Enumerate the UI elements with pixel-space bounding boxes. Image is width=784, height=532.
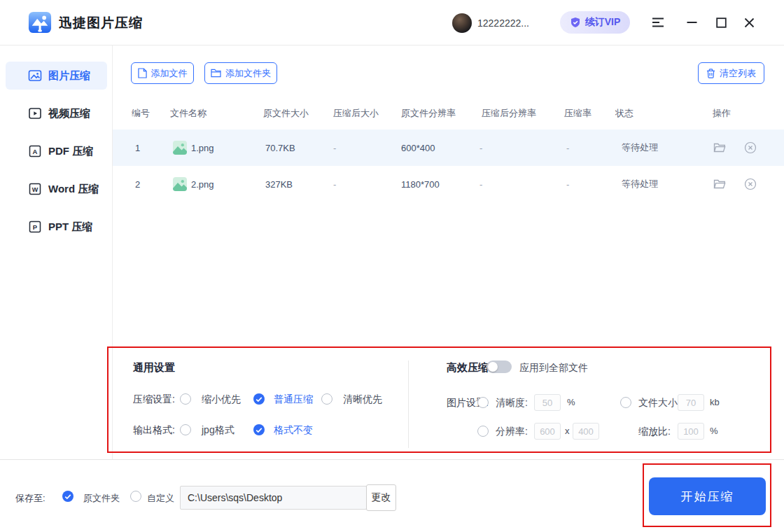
filesize-label[interactable]: 文件大小: — [638, 397, 680, 410]
clear-list-label: 清空列表 — [720, 67, 756, 80]
close-icon[interactable] — [740, 14, 758, 31]
custom-folder-label[interactable]: 自定义 — [147, 492, 174, 505]
row-status: 等待处理 — [622, 130, 658, 166]
save-to-label: 保存至: — [15, 492, 46, 505]
image-compress-icon — [28, 69, 42, 83]
remove-file-icon[interactable] — [744, 141, 757, 154]
filesize-input[interactable] — [678, 394, 704, 411]
svg-text:A: A — [33, 148, 38, 155]
jpg-format-label[interactable]: jpg格式 — [202, 424, 234, 437]
svg-text:P: P — [33, 223, 38, 231]
apply-all-toggle[interactable] — [486, 360, 512, 373]
radio-normal-compression[interactable] — [253, 393, 265, 405]
save-path-input[interactable] — [180, 486, 367, 510]
user-avatar[interactable] — [452, 13, 472, 33]
sidebar-item-video-compress[interactable]: 视频压缩 — [6, 99, 107, 127]
app-logo-icon — [28, 10, 52, 34]
image-file-icon — [173, 130, 187, 166]
col-ratio: 压缩率 — [564, 98, 592, 129]
change-path-button[interactable]: 更改 — [366, 484, 396, 511]
clarity-unit: % — [567, 397, 575, 407]
radio-resolution[interactable] — [477, 426, 489, 437]
ppt-compress-icon: P — [28, 220, 42, 234]
add-folder-label: 添加文件夹 — [225, 67, 271, 80]
row-compressed-size: - — [333, 130, 336, 166]
row-status: 等待处理 — [622, 166, 658, 202]
add-file-button[interactable]: 添加文件 — [131, 62, 194, 84]
row-no: 2 — [135, 166, 140, 202]
vip-label: 续订VIP — [585, 16, 621, 29]
maximize-icon[interactable] — [712, 14, 730, 31]
clear-list-button[interactable]: 清空列表 — [698, 62, 764, 84]
add-folder-button[interactable]: 添加文件夹 — [204, 62, 277, 84]
app-window: 迅捷图片压缩 12222222... 续订VIP — [0, 0, 784, 532]
col-status: 状态 — [615, 98, 634, 129]
col-orig-size: 原文件大小 — [263, 98, 309, 129]
add-file-label: 添加文件 — [151, 67, 188, 80]
clarity-priority-label[interactable]: 清晰优先 — [343, 393, 382, 406]
radio-clarity[interactable] — [477, 397, 489, 408]
sidebar-item-label: PDF 压缩 — [48, 145, 93, 158]
start-compression-button[interactable]: 开始压缩 — [649, 477, 766, 515]
row-orig-size: 70.7KB — [265, 130, 295, 166]
col-no: 编号 — [132, 98, 150, 129]
resolution-height-input[interactable] — [573, 423, 599, 440]
radio-shrink-priority[interactable] — [180, 393, 191, 405]
folder-icon — [211, 69, 221, 78]
resolution-label[interactable]: 分辨率: — [496, 426, 528, 438]
resolution-width-input[interactable] — [534, 423, 561, 440]
row-filename: 2.png — [191, 166, 214, 202]
keep-format-label[interactable]: 格式不变 — [274, 424, 313, 437]
clarity-input[interactable] — [534, 394, 561, 411]
sidebar-item-ppt-compress[interactable]: P PPT 压缩 — [6, 213, 107, 241]
radio-keep-format[interactable] — [253, 424, 265, 435]
row-compressed-resolution: - — [479, 130, 482, 166]
compression-setting-label: 压缩设置: — [133, 393, 175, 406]
vip-shield-icon — [570, 17, 581, 28]
filesize-unit: kb — [710, 397, 720, 407]
sidebar-item-label: 图片压缩 — [48, 69, 90, 83]
file-icon — [138, 68, 147, 78]
row-compressed-resolution: - — [479, 166, 482, 202]
sidebar-item-pdf-compress[interactable]: A PDF 压缩 — [6, 137, 107, 165]
radio-clarity-priority[interactable] — [321, 393, 332, 405]
row-ratio: - — [566, 130, 569, 166]
row-filename: 1.png — [191, 130, 214, 166]
sidebar-item-label: PPT 压缩 — [48, 220, 92, 234]
output-format-label: 输出格式: — [133, 424, 175, 437]
sidebar-item-word-compress[interactable]: W Word 压缩 — [6, 175, 107, 203]
scale-input[interactable] — [678, 423, 704, 440]
radio-jpg-format[interactable] — [180, 424, 191, 435]
username[interactable]: 12222222... — [477, 0, 529, 46]
table-header: 编号 文件名称 原文件大小 压缩后大小 原文件分辨率 压缩后分辨率 压缩率 状态… — [113, 98, 784, 129]
row-orig-resolution: 600*400 — [401, 130, 435, 166]
settings-divider — [408, 360, 409, 448]
table-row[interactable]: 2 2.png 327KB - 1180*700 - - 等待处理 — [113, 166, 784, 202]
col-operation: 操作 — [713, 98, 731, 129]
table-row[interactable]: 1 1.png 70.7KB - 600*400 - - 等待处理 — [113, 130, 784, 166]
radio-custom-folder[interactable] — [130, 491, 141, 502]
renew-vip-button[interactable]: 续订VIP — [560, 11, 630, 34]
open-folder-icon[interactable] — [713, 142, 726, 153]
col-filename: 文件名称 — [170, 98, 206, 129]
shrink-priority-label[interactable]: 缩小优先 — [202, 393, 241, 406]
row-orig-resolution: 1180*700 — [401, 166, 440, 202]
col-orig-resolution: 原文件分辨率 — [401, 98, 456, 129]
menu-icon[interactable] — [649, 14, 667, 31]
radio-filesize[interactable] — [620, 397, 631, 408]
remove-file-icon[interactable] — [744, 178, 757, 190]
pdf-compress-icon: A — [28, 144, 42, 158]
radio-original-folder[interactable] — [62, 491, 74, 502]
open-folder-icon[interactable] — [713, 178, 726, 190]
row-compressed-size: - — [333, 166, 336, 202]
normal-compression-label[interactable]: 普通压缩 — [274, 393, 313, 406]
app-title: 迅捷图片压缩 — [59, 0, 143, 46]
original-folder-label[interactable]: 原文件夹 — [83, 492, 120, 505]
image-file-icon — [173, 166, 187, 202]
row-ratio: - — [566, 166, 569, 202]
clarity-label[interactable]: 清晰度: — [496, 397, 528, 410]
scale-unit: % — [710, 426, 718, 436]
minimize-icon[interactable] — [682, 14, 701, 31]
svg-text:W: W — [32, 186, 38, 193]
sidebar-item-image-compress[interactable]: 图片压缩 — [6, 62, 107, 90]
